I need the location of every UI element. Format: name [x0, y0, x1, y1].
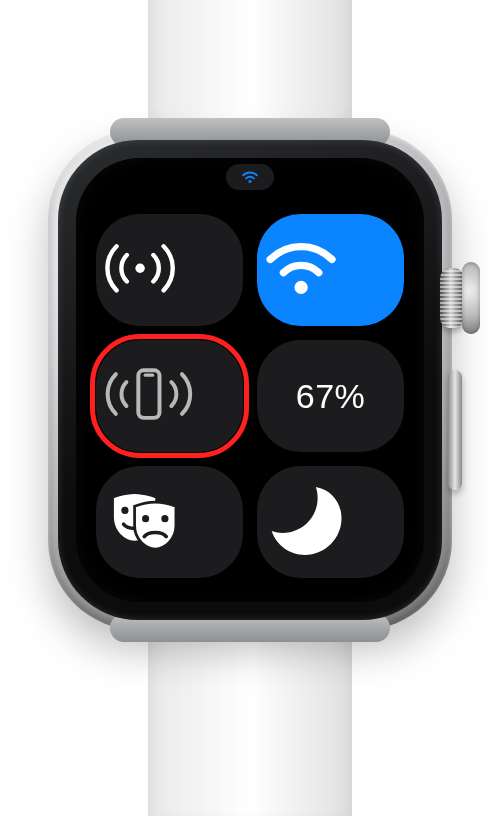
svg-point-1 — [294, 280, 307, 293]
wifi-icon — [257, 233, 404, 308]
watch-case: 67% — [48, 130, 452, 630]
svg-point-4 — [121, 507, 128, 514]
theater-masks-icon — [96, 487, 243, 557]
control-center-grid: 67% — [96, 214, 404, 578]
svg-point-0 — [135, 263, 144, 272]
cellular-toggle[interactable] — [96, 214, 243, 326]
battery-percent-label: 67% — [296, 377, 366, 416]
ping-iphone-icon — [96, 361, 243, 431]
svg-rect-3 — [144, 373, 155, 376]
watch-screen: 67% — [76, 158, 424, 602]
svg-point-7 — [161, 515, 168, 522]
cellular-icon — [96, 233, 243, 308]
battery-tile[interactable]: 67% — [257, 340, 404, 452]
do-not-disturb-toggle[interactable] — [257, 466, 404, 578]
svg-rect-2 — [138, 370, 159, 418]
theater-mode-toggle[interactable] — [96, 466, 243, 578]
moon-icon — [257, 476, 404, 568]
watch-device: 67% — [48, 130, 452, 630]
svg-point-6 — [142, 515, 149, 522]
side-button[interactable] — [448, 370, 462, 490]
digital-crown[interactable] — [440, 258, 474, 338]
wifi-toggle[interactable] — [257, 214, 404, 326]
status-pill[interactable] — [226, 164, 274, 190]
ping-iphone-button[interactable] — [96, 340, 243, 452]
wifi-status-icon — [240, 168, 260, 188]
